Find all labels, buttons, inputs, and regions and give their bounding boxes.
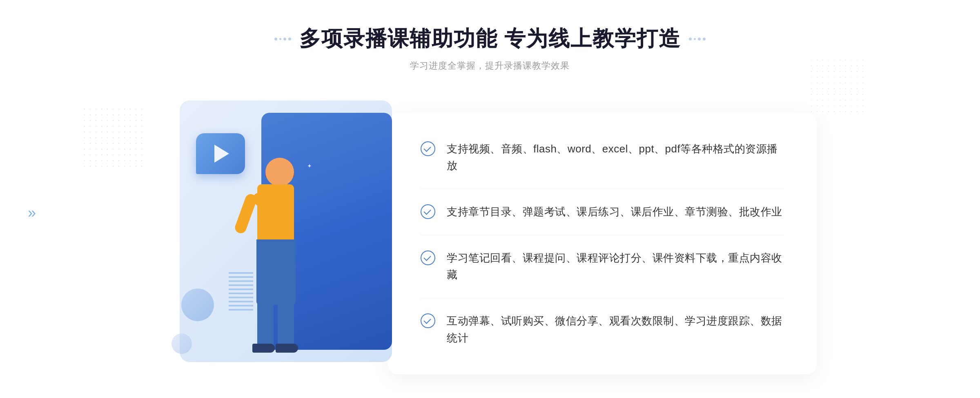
feature-text-3: 学习笔记回看、课程提问、课程评论打分、课件资料下载，重点内容收藏 — [447, 250, 784, 284]
person-arm-left — [234, 192, 258, 235]
chevron-left-icon: » — [28, 204, 36, 221]
dot — [698, 38, 701, 40]
check-icon-3 — [421, 250, 435, 265]
decorator-dots-right — [689, 38, 706, 40]
dot — [288, 38, 291, 40]
subtitle: 学习进度全掌握，提升录播课教学效果 — [274, 60, 706, 72]
bg-dots-right — [808, 57, 866, 114]
dot — [694, 38, 696, 40]
dot — [283, 38, 286, 40]
feature-item-2: 支持章节目录、弹题考试、课后练习、课后作业、章节测验、批改作业 — [421, 203, 784, 221]
dot — [703, 38, 706, 40]
person-body — [257, 184, 294, 246]
content-area: 支持视频、音频、flash、word、excel、ppt、pdf等各种格式的资源… — [163, 96, 817, 391]
feature-text-1: 支持视频、音频、flash、word、excel、ppt、pdf等各种格式的资源… — [447, 141, 784, 174]
person-pants — [256, 239, 296, 305]
person-leg-left — [257, 299, 274, 348]
feature-item-4: 互动弹幕、试听购买、微信分享、观看次数限制、学习进度跟踪、数据统计 — [421, 313, 784, 347]
dot — [689, 38, 692, 40]
header-section: 多项录播课辅助功能 专为线上教学打造 学习进度全掌握，提升录播课教学效果 — [274, 25, 706, 72]
decorator-dots-left — [274, 38, 291, 40]
person-illustration — [225, 158, 323, 362]
check-icon-4 — [421, 313, 435, 328]
feature-text-4: 互动弹幕、试听购买、微信分享、观看次数限制、学习进度跟踪、数据统计 — [447, 313, 784, 347]
feature-item-1: 支持视频、音频、flash、word、excel、ppt、pdf等各种格式的资源… — [421, 141, 784, 174]
main-title: 多项录播课辅助功能 专为线上教学打造 — [299, 25, 681, 53]
page-container: » 多项录播课辅助功能 专为线上教学打造 学习进度全掌握，提升录播课教学效果 — [0, 0, 980, 398]
dot — [274, 38, 277, 40]
features-panel: 支持视频、音频、flash、word、excel、ppt、pdf等各种格式的资源… — [388, 113, 817, 374]
bg-dots-left — [82, 106, 147, 172]
divider-1 — [421, 189, 784, 189]
person-leg-right — [278, 299, 294, 348]
header-decorators: 多项录播课辅助功能 专为线上教学打造 — [274, 25, 706, 53]
divider-2 — [421, 235, 784, 235]
person-shoe-left — [252, 344, 275, 353]
deco-circle-2 — [172, 333, 192, 354]
dot — [279, 38, 281, 40]
check-icon-1 — [421, 141, 435, 156]
deco-circle-1 — [181, 288, 214, 321]
feature-item-3: 学习笔记回看、课程提问、课程评论打分、课件资料下载，重点内容收藏 — [421, 250, 784, 284]
check-icon-2 — [421, 204, 435, 219]
divider-3 — [421, 298, 784, 298]
illustration-panel — [163, 101, 400, 378]
figure-container — [216, 133, 331, 370]
person-head — [265, 158, 294, 186]
person-shoe-right — [276, 344, 298, 353]
feature-text-2: 支持章节目录、弹题考试、课后练习、课后作业、章节测验、批改作业 — [447, 203, 782, 221]
